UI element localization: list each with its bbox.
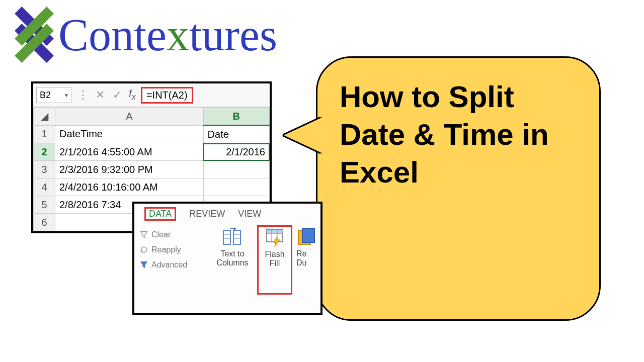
svg-rect-11 bbox=[302, 228, 314, 242]
clear-icon bbox=[139, 230, 148, 239]
cell[interactable]: 2/4/2016 10:16:00 AM bbox=[55, 178, 204, 196]
remove-duplicates-button[interactable]: Re Du bbox=[292, 225, 318, 295]
cell[interactable]: 2/1/2016 4:55:00 AM bbox=[55, 143, 204, 161]
svg-rect-1 bbox=[233, 230, 240, 244]
flash-fill-button[interactable]: Flash Fill bbox=[257, 225, 292, 295]
excel-ribbon: DATA REVIEW VIEW Clear Reapply Advanced bbox=[132, 202, 323, 315]
callout-text: How to Split Date & Time in Excel bbox=[317, 58, 599, 211]
tab-view[interactable]: VIEW bbox=[238, 209, 261, 219]
formula-bar: B2 ▼ ⋮ ✕ ✓ fx =INT(A2) bbox=[33, 83, 270, 107]
sort-filter-group: Clear Reapply Advanced bbox=[134, 225, 208, 295]
caret-down-icon: ▼ bbox=[64, 93, 71, 98]
select-all-corner[interactable]: ◢ bbox=[34, 108, 55, 126]
row-header[interactable]: 1 bbox=[34, 125, 55, 143]
svg-rect-7 bbox=[267, 230, 283, 234]
remove-duplicates-icon bbox=[296, 227, 316, 247]
bubble-tail-icon bbox=[284, 118, 321, 153]
advanced-icon bbox=[139, 260, 148, 269]
cell[interactable]: 2/3/2016 9:32:00 PM bbox=[55, 161, 204, 178]
col-header-b[interactable]: B bbox=[203, 108, 269, 126]
flash-fill-icon bbox=[265, 228, 285, 248]
row-header[interactable]: 6 bbox=[34, 214, 55, 231]
vdots-icon: ⋮ bbox=[74, 88, 92, 102]
text-to-columns-button[interactable]: Text to Columns bbox=[208, 225, 257, 295]
row-header[interactable]: 5 bbox=[34, 196, 55, 214]
logo-mark-icon bbox=[14, 15, 54, 55]
selected-cell[interactable]: 2/1/2016 bbox=[203, 143, 269, 161]
cell[interactable]: DateTime bbox=[55, 125, 204, 143]
row-header[interactable]: 4 bbox=[34, 178, 55, 196]
col-header-a[interactable]: A bbox=[55, 108, 204, 126]
clear-button[interactable]: Clear bbox=[139, 227, 171, 242]
formula-text[interactable]: =INT(A2) bbox=[141, 87, 193, 104]
row-header[interactable]: 2 bbox=[34, 143, 55, 161]
ribbon-tabs: DATA REVIEW VIEW bbox=[134, 204, 320, 222]
enter-icon[interactable]: ✓ bbox=[109, 88, 126, 102]
advanced-button[interactable]: Advanced bbox=[139, 257, 187, 273]
text-to-columns-icon bbox=[222, 227, 243, 247]
name-box[interactable]: B2 ▼ bbox=[36, 87, 71, 103]
tab-data[interactable]: DATA bbox=[144, 207, 176, 221]
name-box-value: B2 bbox=[40, 90, 51, 101]
reapply-button[interactable]: Reapply bbox=[139, 242, 181, 257]
row-header[interactable]: 3 bbox=[34, 161, 55, 178]
fx-icon[interactable]: fx bbox=[126, 88, 139, 102]
brand-logo: Contextures bbox=[14, 9, 277, 61]
reapply-icon bbox=[139, 245, 148, 254]
logo-text: Contextures bbox=[58, 9, 277, 61]
cancel-icon[interactable]: ✕ bbox=[92, 88, 109, 102]
cell[interactable] bbox=[203, 161, 269, 178]
svg-rect-0 bbox=[223, 230, 230, 244]
cell[interactable] bbox=[203, 178, 269, 196]
cell[interactable]: Date bbox=[203, 125, 269, 143]
title-callout: How to Split Date & Time in Excel bbox=[316, 56, 601, 321]
tab-review[interactable]: REVIEW bbox=[189, 209, 225, 219]
